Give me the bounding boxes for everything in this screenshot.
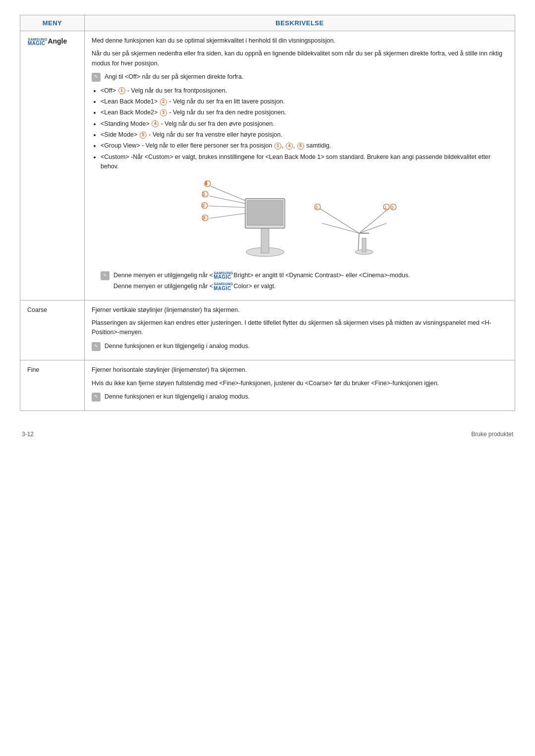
bottom-note-2: Denne menyen er utilgjengelig når <SAMSU…	[101, 282, 508, 291]
svg-text:1: 1	[203, 192, 206, 197]
samsung-magic-logo: SAMSUNG MAGIC	[28, 38, 47, 47]
coarse-note-block: ✎ Denne funksjonen er kun tilgjengelig i…	[92, 342, 508, 351]
angle-bullets: <Off> 1 - Velg når du ser fra frontposis…	[101, 86, 508, 172]
bullet-7: <Custom> -Når <Custom> er valgt, brukes …	[101, 152, 508, 172]
coarse-line2: Plasseringen av skjermen kan endres ette…	[92, 318, 508, 338]
menu-cell-coarse: Coarse	[20, 300, 85, 360]
angle-diagram: 4 4 1 1 2 2 3 3	[201, 179, 399, 263]
svg-line-4	[211, 186, 245, 201]
svg-line-26	[359, 208, 389, 233]
svg-line-24	[320, 208, 359, 233]
angle-intro1: Med denne funksjonen kan du se optimal s…	[92, 36, 508, 46]
bullet-5: <Side Mode> 5 - Velg når du ser fra vens…	[101, 130, 508, 140]
header-desc: BESKRIVELSE	[85, 15, 515, 31]
angle-label: Angle	[48, 37, 67, 45]
footer-section-title: Bruke produktet	[471, 431, 513, 438]
desc-cell-angle: Med denne funksjonen kan du se optimal s…	[85, 31, 515, 301]
note-icon-fine: ✎	[92, 393, 101, 402]
svg-line-5	[210, 196, 245, 203]
main-table: MENY BESKRIVELSE SAMSUNG MAGIC Angle Med…	[20, 15, 515, 411]
svg-text:5: 5	[316, 205, 318, 210]
coarse-line1: Fjerner vertikale støylinjer (linjemønst…	[92, 305, 508, 315]
svg-line-7	[210, 213, 245, 218]
svg-line-21	[358, 233, 359, 252]
header-menu: MENY	[20, 15, 85, 31]
svg-line-25	[322, 223, 359, 233]
note-icon-2: ✎	[101, 271, 109, 280]
svg-rect-1	[261, 226, 269, 253]
svg-line-27	[359, 223, 386, 233]
bottom-note-1: ✎ Denne menyen er utilgjengelig når <SAM…	[101, 271, 508, 280]
bullet-1: <Off> 1 - Velg når du ser fra frontposis…	[101, 86, 508, 96]
menu-cell-fine: Fine	[20, 360, 85, 411]
diagram-area: 4 4 1 1 2 2 3 3	[92, 179, 508, 266]
desc-cell-fine: Fjerner horisontale støylinjer (linjemøn…	[85, 360, 515, 411]
note-icon-coarse: ✎	[92, 342, 101, 351]
bullet-4: <Standing Mode> 4 - Velg når du ser fra …	[101, 119, 508, 129]
svg-text:3: 3	[203, 215, 206, 220]
fine-line2: Hvis du ikke kan fjerne støyen fullstend…	[92, 379, 508, 388]
svg-text:1: 1	[384, 205, 387, 210]
fine-note-block: ✎ Denne funksjonen er kun tilgjengelig i…	[92, 392, 508, 402]
page-wrapper: MENY BESKRIVELSE SAMSUNG MAGIC Angle Med…	[20, 15, 515, 438]
coarse-label: Coarse	[27, 306, 47, 313]
angle-bottom-notes: ✎ Denne menyen er utilgjengelig når <SAM…	[101, 271, 508, 292]
fine-note1: Denne funksjonen er kun tilgjengelig i a…	[105, 392, 250, 402]
footer-page-number: 3-12	[22, 431, 34, 438]
svg-text:4: 4	[205, 181, 208, 186]
svg-text:2: 2	[203, 203, 205, 208]
angle-intro2: Når du ser på skjermen nedenfra eller fr…	[92, 49, 508, 68]
bullet-2: <Lean Back Mode1> 2 - Velg når du ser fr…	[101, 97, 508, 106]
desc-cell-coarse: Fjerner vertikale støylinjer (linjemønst…	[85, 300, 515, 360]
angle-note1-text: Angi til <Off> når du ser på skjermen di…	[105, 72, 243, 82]
menu-cell-angle: SAMSUNG MAGIC Angle	[20, 31, 85, 301]
svg-line-6	[209, 206, 245, 207]
note-icon-1: ✎	[92, 73, 101, 82]
fine-label: Fine	[27, 366, 39, 373]
svg-text:5: 5	[391, 205, 394, 210]
svg-rect-23	[362, 238, 366, 252]
bullet-6: <Group View> - Velg når to eller flere p…	[101, 141, 508, 151]
angle-note1-block: ✎ Angi til <Off> når du ser på skjermen …	[92, 72, 508, 82]
footer-bar: 3-12 Bruke produktet	[20, 431, 515, 438]
svg-rect-3	[247, 201, 283, 225]
coarse-note1: Denne funksjonen er kun tilgjengelig i a…	[105, 342, 250, 351]
table-row-fine: Fine Fjerner horisontale støylinjer (lin…	[20, 360, 515, 411]
table-row-angle: SAMSUNG MAGIC Angle Med denne funksjonen…	[20, 31, 515, 301]
fine-line1: Fjerner horisontale støylinjer (linjemøn…	[92, 365, 508, 375]
bullet-3: <Lean Back Mode2> 3 - Velg når du ser fr…	[101, 108, 508, 117]
table-row-coarse: Coarse Fjerner vertikale støylinjer (lin…	[20, 300, 515, 360]
